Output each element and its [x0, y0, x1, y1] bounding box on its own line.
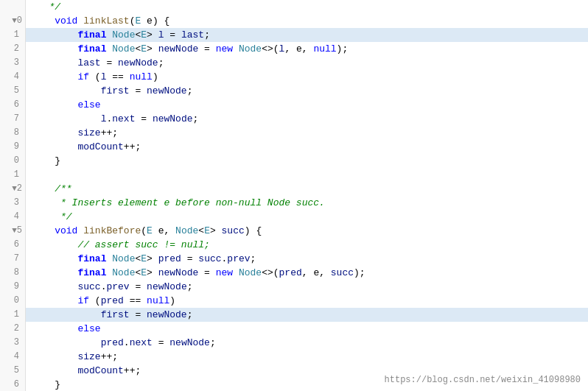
line-number: 3	[0, 196, 26, 210]
line-content: size++;	[26, 350, 588, 364]
line-number: ▼2	[0, 182, 26, 196]
line-content: first = newNode;	[26, 308, 588, 322]
code-line: 4 size++;	[0, 350, 588, 364]
code-line: 3 * Inserts element e before non-null No…	[0, 196, 588, 210]
line-content: final Node<E> pred = succ.prev;	[26, 252, 588, 266]
code-line: 3 last = newNode;	[0, 56, 588, 70]
code-line: 3 pred.next = newNode;	[0, 336, 588, 350]
code-line: 1	[0, 168, 588, 182]
code-line: 8 final Node<E> newNode = new Node<>(pre…	[0, 266, 588, 280]
code-line: 6 else	[0, 98, 588, 112]
code-line: ▼2 /**	[0, 182, 588, 196]
line-content: */	[26, 0, 588, 14]
line-content: if (pred == null)	[26, 294, 588, 308]
line-number: 6	[0, 378, 26, 391]
line-content: else	[26, 98, 588, 112]
line-content: */	[26, 210, 588, 224]
code-line: 2 else	[0, 322, 588, 336]
line-number: 0	[0, 154, 26, 168]
url-watermark: https://blog.csdn.net/weixin_41098980	[385, 375, 581, 385]
line-number: ▼5	[0, 224, 26, 238]
line-content: succ.prev = newNode;	[26, 280, 588, 294]
line-number: 3	[0, 56, 26, 70]
line-number: 5	[0, 84, 26, 98]
line-number: 7	[0, 112, 26, 126]
line-number: 6	[0, 98, 26, 112]
line-content: * Inserts element e before non-null Node…	[26, 196, 588, 210]
code-line: */	[0, 0, 588, 14]
line-number: 5	[0, 364, 26, 378]
code-line: 7 l.next = newNode;	[0, 112, 588, 126]
line-content: first = newNode;	[26, 84, 588, 98]
line-content: final Node<E> newNode = new Node<>(pred,…	[26, 266, 588, 280]
code-line: 9 modCount++;	[0, 140, 588, 154]
code-line: 4 if (l == null)	[0, 70, 588, 84]
code-line: 6 // assert succ != null;	[0, 238, 588, 252]
code-line: 1 first = newNode;	[0, 308, 588, 322]
line-number: 0	[0, 294, 26, 308]
code-line: 0 if (pred == null)	[0, 294, 588, 308]
line-content: size++;	[26, 126, 588, 140]
line-number: 1	[0, 168, 26, 182]
line-content: final Node<E> l = last;	[26, 28, 588, 42]
code-line: 4 */	[0, 210, 588, 224]
line-number: 7	[0, 252, 26, 266]
line-content: // assert succ != null;	[26, 238, 588, 252]
line-number: 6	[0, 238, 26, 252]
code-editor: */ ▼0 void linkLast(E e) { 1 final Node<…	[0, 0, 588, 391]
line-number: 2	[0, 42, 26, 56]
code-line: 1 final Node<E> l = last;	[0, 28, 588, 42]
line-content: pred.next = newNode;	[26, 336, 588, 350]
line-number: 4	[0, 210, 26, 224]
line-content: else	[26, 322, 588, 336]
line-number: 2	[0, 322, 26, 336]
line-number: 8	[0, 126, 26, 140]
line-content: last = newNode;	[26, 56, 588, 70]
line-number: 3	[0, 336, 26, 350]
line-content: if (l == null)	[26, 70, 588, 84]
line-content: /**	[26, 182, 588, 196]
line-number: 1	[0, 28, 26, 42]
line-number: 9	[0, 280, 26, 294]
line-number: 9	[0, 140, 26, 154]
line-number: 1	[0, 308, 26, 322]
line-number: 4	[0, 350, 26, 364]
line-content: void linkLast(E e) {	[26, 14, 588, 28]
line-content: }	[26, 154, 588, 168]
line-content: l.next = newNode;	[26, 112, 588, 126]
code-line: 0 }	[0, 154, 588, 168]
code-line: 5 first = newNode;	[0, 84, 588, 98]
code-line: 8 size++;	[0, 126, 588, 140]
line-number: 8	[0, 266, 26, 280]
code-line: ▼0 void linkLast(E e) {	[0, 14, 588, 28]
code-line: 9 succ.prev = newNode;	[0, 280, 588, 294]
code-line: ▼5 void linkBefore(E e, Node<E> succ) {	[0, 224, 588, 238]
line-content	[26, 168, 588, 182]
code-line: 2 final Node<E> newNode = new Node<>(l, …	[0, 42, 588, 56]
code-line: 7 final Node<E> pred = succ.prev;	[0, 252, 588, 266]
line-content: void linkBefore(E e, Node<E> succ) {	[26, 224, 588, 238]
code-block: */ ▼0 void linkLast(E e) { 1 final Node<…	[0, 0, 588, 391]
line-number: 4	[0, 70, 26, 84]
line-content: final Node<E> newNode = new Node<>(l, e,…	[26, 42, 588, 56]
line-number: ▼0	[0, 14, 26, 28]
line-number	[0, 0, 26, 14]
line-content: modCount++;	[26, 140, 588, 154]
